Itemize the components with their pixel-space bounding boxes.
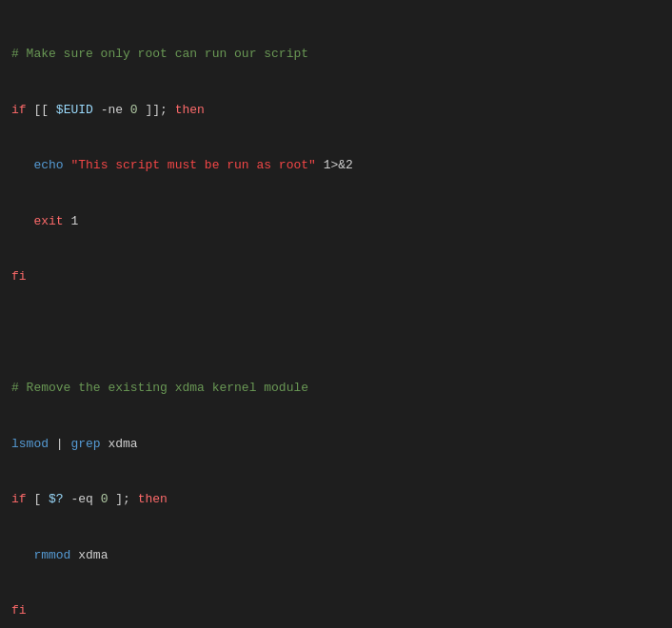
code-line: lsmod | grep xdma bbox=[11, 435, 661, 454]
code-line: if [ $? -eq 0 ]; then bbox=[11, 490, 661, 509]
code-line: # Make sure only root can run our script bbox=[11, 45, 661, 64]
comment-text: # Make sure only root can run our script bbox=[11, 47, 308, 61]
code-line-blank bbox=[11, 324, 661, 343]
code-line: if [[ $EUID -ne 0 ]]; then bbox=[11, 101, 661, 120]
code-line: fi bbox=[11, 601, 661, 620]
code-line: echo "This script must be run as root" 1… bbox=[11, 156, 661, 175]
code-line: # Remove the existing xdma kernel module bbox=[11, 379, 661, 398]
code-line: fi bbox=[11, 267, 661, 286]
code-line: exit 1 bbox=[11, 212, 661, 231]
code-editor: # Make sure only root can run our script… bbox=[11, 8, 661, 628]
code-line: rmmod xdma bbox=[11, 546, 661, 565]
